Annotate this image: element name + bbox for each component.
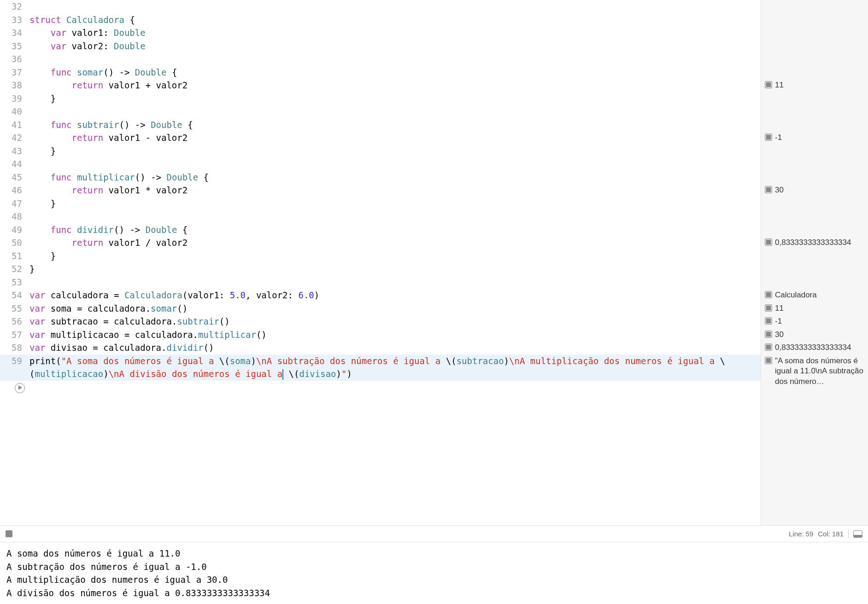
- code-content[interactable]: return valor1 / valor2: [29, 236, 188, 250]
- code-content[interactable]: }: [29, 262, 35, 276]
- cursor-line-value: 59: [806, 530, 814, 538]
- code-content[interactable]: print("A soma dos números é igual a \(so…: [29, 354, 761, 381]
- code-line[interactable]: 54var calculadora = Calculadora(valor1: …: [0, 289, 761, 302]
- code-line[interactable]: 59print("A soma dos números é igual a \(…: [0, 354, 761, 381]
- code-content[interactable]: return valor1 + valor2: [29, 79, 188, 92]
- result-row[interactable]: 30: [761, 184, 868, 197]
- code-line[interactable]: 33struct Calculadora {: [0, 13, 761, 27]
- result-row[interactable]: Calculadora: [761, 289, 868, 302]
- result-row[interactable]: 11: [761, 79, 868, 92]
- line-number: 37: [0, 66, 29, 79]
- line-number: 46: [0, 184, 29, 197]
- code-content[interactable]: }: [29, 250, 56, 263]
- code-content[interactable]: [29, 276, 29, 289]
- status-bar: Line: 59 Col: 181: [0, 526, 868, 542]
- line-number: 33: [0, 13, 29, 27]
- editor-area: 3233struct Calculadora {34 var valor1: D…: [0, 0, 868, 526]
- code-line[interactable]: 36: [0, 52, 761, 66]
- quicklook-icon[interactable]: [765, 238, 772, 246]
- code-line[interactable]: 32: [0, 0, 761, 13]
- code-line[interactable]: 48: [0, 210, 761, 223]
- code-line[interactable]: 40: [0, 105, 761, 118]
- code-line[interactable]: 39 }: [0, 92, 761, 105]
- code-content[interactable]: }: [29, 145, 56, 158]
- quicklook-icon[interactable]: [765, 357, 772, 364]
- code-content[interactable]: var multiplicacao = calculadora.multipli…: [29, 328, 267, 342]
- code-line[interactable]: 34 var valor1: Double: [0, 26, 761, 40]
- result-row[interactable]: "A soma dos números é igual a 11.0\nA su…: [761, 354, 868, 394]
- result-row: [761, 276, 868, 289]
- stop-icon[interactable]: [6, 530, 12, 537]
- code-content[interactable]: func dividir() -> Double {: [29, 223, 188, 237]
- code-line[interactable]: 42 return valor1 - valor2: [0, 131, 761, 145]
- line-number: 58: [0, 341, 29, 354]
- code-content[interactable]: [29, 52, 29, 66]
- code-content[interactable]: var valor2: Double: [29, 40, 146, 53]
- code-content[interactable]: var subtracao = calculadora.subtrair(): [29, 315, 230, 328]
- quicklook-icon[interactable]: [765, 186, 772, 193]
- code-line[interactable]: 46 return valor1 * valor2: [0, 184, 761, 197]
- code-line[interactable]: 47 }: [0, 197, 761, 210]
- result-row[interactable]: -1: [761, 131, 868, 145]
- code-content[interactable]: func somar() -> Double {: [29, 66, 177, 79]
- code-line[interactable]: 55var soma = calculadora.somar(): [0, 302, 761, 315]
- result-row: [761, 26, 868, 40]
- code-content[interactable]: func multiplicar() -> Double {: [29, 171, 209, 184]
- result-row[interactable]: 30: [761, 328, 868, 342]
- code-content[interactable]: [29, 105, 29, 118]
- code-content[interactable]: return valor1 * valor2: [29, 184, 188, 197]
- code-line[interactable]: 51 }: [0, 250, 761, 263]
- code-content[interactable]: var valor1: Double: [29, 26, 146, 40]
- quicklook-icon[interactable]: [765, 331, 772, 338]
- quicklook-icon[interactable]: [765, 81, 772, 88]
- code-content[interactable]: [29, 210, 29, 223]
- quicklook-icon[interactable]: [765, 304, 772, 312]
- result-row[interactable]: 0,8333333333333334: [761, 341, 868, 354]
- code-line[interactable]: 44: [0, 157, 761, 171]
- code-content[interactable]: var divisao = calculadora.dividir(): [29, 341, 214, 354]
- result-row: [761, 13, 868, 27]
- result-row[interactable]: 11: [761, 302, 868, 315]
- quicklook-icon[interactable]: [765, 134, 772, 141]
- result-value: 11: [775, 79, 784, 91]
- quicklook-icon[interactable]: [765, 291, 772, 298]
- code-line[interactable]: 37 func somar() -> Double {: [0, 66, 761, 79]
- line-number: 42: [0, 131, 29, 145]
- code-content[interactable]: [29, 157, 29, 171]
- result-row[interactable]: -1: [761, 315, 868, 328]
- code-content[interactable]: }: [29, 92, 56, 105]
- code-editor[interactable]: 3233struct Calculadora {34 var valor1: D…: [0, 0, 761, 525]
- line-number: 56: [0, 315, 29, 328]
- code-content[interactable]: return valor1 - valor2: [29, 131, 188, 145]
- quicklook-icon[interactable]: [765, 317, 772, 325]
- code-content[interactable]: [29, 0, 29, 13]
- result-row: [761, 105, 868, 118]
- code-line[interactable]: 52}: [0, 262, 761, 276]
- code-content[interactable]: var calculadora = Calculadora(valor1: 5.…: [29, 289, 319, 302]
- code-line[interactable]: 45 func multiplicar() -> Double {: [0, 171, 761, 184]
- code-line[interactable]: 49 func dividir() -> Double {: [0, 223, 761, 237]
- code-content[interactable]: var soma = calculadora.somar(): [29, 302, 188, 315]
- result-value: -1: [775, 315, 782, 327]
- code-line[interactable]: 43 }: [0, 145, 761, 158]
- console-output[interactable]: A soma dos números é igual a 11.0A subtr…: [0, 542, 868, 604]
- code-line[interactable]: 50 return valor1 / valor2: [0, 236, 761, 250]
- play-icon[interactable]: [15, 383, 25, 393]
- quicklook-icon[interactable]: [765, 343, 772, 351]
- code-line[interactable]: 57var multiplicacao = calculadora.multip…: [0, 328, 761, 342]
- code-line[interactable]: 41 func subtrair() -> Double {: [0, 118, 761, 132]
- result-row: [761, 92, 868, 105]
- result-value: 30: [775, 328, 784, 340]
- toggle-console-icon[interactable]: [853, 530, 862, 538]
- code-content[interactable]: func subtrair() -> Double {: [29, 118, 193, 132]
- code-content[interactable]: }: [29, 197, 56, 210]
- code-line[interactable]: 53: [0, 276, 761, 289]
- code-line[interactable]: 56var subtracao = calculadora.subtrair(): [0, 315, 761, 328]
- code-line[interactable]: 58var divisao = calculadora.dividir(): [0, 341, 761, 354]
- code-line[interactable]: 35 var valor2: Double: [0, 40, 761, 53]
- console-line: A divisão dos números é igual a 0.833333…: [6, 587, 862, 600]
- results-sidebar[interactable]: 11-1300,8333333333333334Calculadora11-13…: [761, 0, 868, 525]
- code-line[interactable]: 38 return valor1 + valor2: [0, 79, 761, 92]
- result-row[interactable]: 0,8333333333333334: [761, 236, 868, 250]
- code-content[interactable]: struct Calculadora {: [29, 13, 135, 27]
